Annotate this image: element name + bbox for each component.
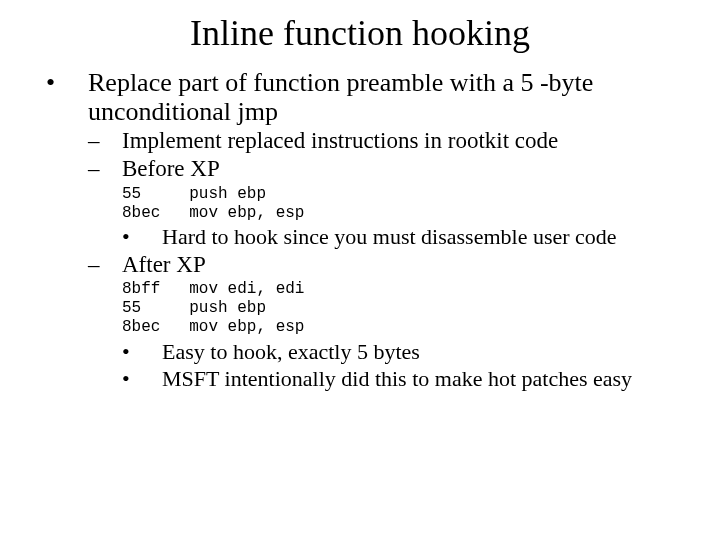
level2-text: Before XP	[122, 156, 692, 182]
level2-text: Implement replaced instructions in rootk…	[122, 128, 692, 154]
level2-text: After XP	[122, 252, 692, 278]
dash-icon: –	[88, 128, 122, 154]
code-block-after-xp: 8bff mov edi, edi 55 push ebp 8bec mov e…	[122, 280, 692, 337]
level3-text: Hard to hook since you must disassemble …	[162, 224, 692, 249]
level2-item: – Before XP	[88, 156, 692, 182]
level2-item: – Implement replaced instructions in roo…	[88, 128, 692, 154]
level1-text: Replace part of function preamble with a…	[88, 68, 692, 126]
slide: Inline function hooking • Replace part o…	[0, 0, 720, 540]
level3-text: Easy to hook, exactly 5 bytes	[162, 339, 692, 364]
dash-icon: –	[88, 156, 122, 182]
level3-item: • MSFT intentionally did this to make ho…	[122, 366, 692, 391]
level2-item: – After XP	[88, 252, 692, 278]
code-block-before-xp: 55 push ebp 8bec mov ebp, esp	[122, 185, 692, 223]
dash-icon: –	[88, 252, 122, 278]
level1-item: • Replace part of function preamble with…	[40, 68, 692, 126]
level3-text: MSFT intentionally did this to make hot …	[162, 366, 692, 391]
bullet-icon: •	[122, 339, 162, 364]
level3-item: • Easy to hook, exactly 5 bytes	[122, 339, 692, 364]
bullet-icon: •	[122, 366, 162, 391]
bullet-icon: •	[40, 68, 88, 97]
level3-item: • Hard to hook since you must disassembl…	[122, 224, 692, 249]
slide-title: Inline function hooking	[28, 12, 692, 54]
bullet-icon: •	[122, 224, 162, 249]
